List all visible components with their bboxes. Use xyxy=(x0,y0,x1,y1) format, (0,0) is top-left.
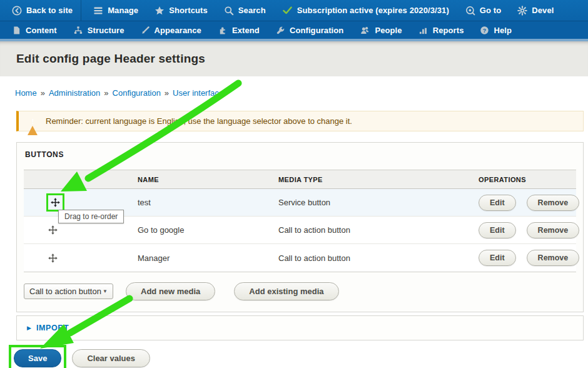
toolbar-item-configuration[interactable]: Configuration xyxy=(268,21,352,39)
help-icon: ? xyxy=(480,26,489,35)
import-section-toggle[interactable]: ▶ IMPORT xyxy=(16,315,584,340)
page-title: Edit config page Header settings xyxy=(16,52,205,66)
paintbrush-icon xyxy=(141,26,150,35)
save-button[interactable]: Save xyxy=(14,349,61,367)
toolbar-item-shortcuts[interactable]: Shortcuts xyxy=(146,0,216,21)
cell-operations: Edit Remove xyxy=(471,222,587,238)
drag-handle-highlight-box xyxy=(46,193,64,212)
bar-chart-icon xyxy=(418,26,428,35)
check-icon xyxy=(282,6,293,15)
breadcrumb-separator: » xyxy=(41,88,45,98)
breadcrumb-link-configuration[interactable]: Configuration xyxy=(113,88,161,98)
cell-name: Go to google xyxy=(130,225,271,235)
toolbar-item-label: Reports xyxy=(433,26,464,35)
toolbar-item-people[interactable]: People xyxy=(352,21,410,39)
save-highlight-box: Save xyxy=(9,345,66,368)
admin-toolbar-menu: Content Structure Appearance Extend Conf… xyxy=(0,21,588,39)
toolbar-item-label: Extend xyxy=(232,26,260,35)
media-type-select-value: Call to action button xyxy=(29,287,101,296)
toolbar-item-reports[interactable]: Reports xyxy=(410,21,472,39)
toolbar-item-subscription-status[interactable]: Subscription active (expires 2020/3/31) xyxy=(274,0,457,21)
table-row: Manager Call to action button Edit Remov… xyxy=(24,244,576,272)
drag-cell: Drag to re-order xyxy=(24,189,130,216)
sitemap-icon xyxy=(73,26,83,35)
header-operations: OPERATIONS xyxy=(471,176,576,183)
remove-button[interactable]: Remove xyxy=(527,222,580,238)
remove-button[interactable]: Remove xyxy=(527,195,580,211)
puzzle-icon xyxy=(218,26,228,35)
people-icon xyxy=(360,26,370,35)
manage-icon xyxy=(93,6,103,16)
breadcrumb-link-user-interface[interactable]: User interface xyxy=(173,88,223,98)
cell-operations: Edit Remove xyxy=(471,195,587,211)
gear-icon xyxy=(517,6,527,16)
buttons-table: NAME MEDIA TYPE OPERATIONS Drag to re-or… xyxy=(24,170,576,272)
toolbar-item-label: People xyxy=(375,26,402,35)
drag-cell xyxy=(24,244,130,272)
edit-button[interactable]: Edit xyxy=(479,222,516,238)
toolbar-item-label: Shortcuts xyxy=(169,6,208,15)
add-existing-media-button[interactable]: Add existing media xyxy=(234,282,338,300)
toolbar-item-extend[interactable]: Extend xyxy=(210,21,268,39)
drag-tooltip: Drag to re-order xyxy=(58,210,124,223)
warning-icon: ! xyxy=(28,116,38,126)
toolbar-item-appearance[interactable]: Appearance xyxy=(133,21,210,39)
toolbar-item-label: Appearance xyxy=(155,26,201,35)
fieldset-legend: BUTTONS xyxy=(25,150,576,159)
clear-values-button[interactable]: Clear values xyxy=(72,349,150,367)
toolbar-item-search[interactable]: Search xyxy=(216,0,274,21)
breadcrumb-separator: » xyxy=(104,88,108,98)
form-actions: Save Clear values xyxy=(9,345,588,368)
toolbar-item-content[interactable]: Content xyxy=(4,21,65,39)
media-type-select[interactable]: Call to action button ▼ xyxy=(24,284,113,299)
breadcrumb-separator: » xyxy=(165,88,169,98)
wrench-icon xyxy=(276,26,285,35)
content-icon xyxy=(12,26,21,35)
toolbar-item-back-to-site[interactable]: Back to site xyxy=(4,0,81,21)
cell-media-type: Service button xyxy=(271,198,471,207)
warning-text: Reminder: current language is English, u… xyxy=(46,116,352,126)
chevron-down-icon: ▼ xyxy=(103,289,108,294)
cell-media-type: Call to action button xyxy=(271,225,471,235)
drag-handle-icon[interactable] xyxy=(49,196,62,209)
cell-name: test xyxy=(130,198,271,207)
goto-icon xyxy=(465,6,475,16)
breadcrumb-link-home[interactable]: Home xyxy=(15,88,37,98)
cell-media-type: Call to action button xyxy=(271,253,471,263)
media-controls: Call to action button ▼ Add new media Ad… xyxy=(24,282,576,300)
toolbar-item-manage[interactable]: Manage xyxy=(85,0,146,21)
breadcrumb: Home»Administration»Configuration»User i… xyxy=(0,76,588,98)
header-name: NAME xyxy=(130,176,271,183)
breadcrumb-link-administration[interactable]: Administration xyxy=(49,88,100,98)
warning-message: ! Reminder: current language is English,… xyxy=(16,111,584,131)
toolbar-item-label: Subscription active (expires 2020/3/31) xyxy=(297,6,449,15)
page-title-band: Edit config page Header settings xyxy=(0,41,588,76)
toolbar-item-label: Help xyxy=(494,26,512,35)
toolbar-item-label: Go to xyxy=(480,6,501,15)
toolbar-item-label: Devel xyxy=(532,6,554,15)
edit-button[interactable]: Edit xyxy=(479,250,516,266)
toolbar-item-go-to[interactable]: Go to xyxy=(457,0,509,21)
remove-button[interactable]: Remove xyxy=(527,250,580,266)
toolbar-item-label: Manage xyxy=(108,6,138,15)
search-icon xyxy=(224,6,234,16)
import-label: IMPORT xyxy=(36,324,69,332)
buttons-fieldset: BUTTONS NAME MEDIA TYPE OPERATIONS Drag … xyxy=(16,142,584,312)
toolbar-item-label: Structure xyxy=(88,26,124,35)
svg-text:?: ? xyxy=(483,27,486,33)
toolbar-item-label: Configuration xyxy=(290,26,344,35)
edit-button[interactable]: Edit xyxy=(479,195,516,211)
toolbar-item-help[interactable]: ? Help xyxy=(472,21,520,39)
toolbar-item-devel[interactable]: Devel xyxy=(509,0,562,21)
table-header-row: NAME MEDIA TYPE OPERATIONS xyxy=(24,170,576,189)
header-media-type: MEDIA TYPE xyxy=(271,176,471,183)
add-new-media-button[interactable]: Add new media xyxy=(126,282,215,300)
cell-name: Manager xyxy=(130,253,271,263)
toolbar-item-label: Back to site xyxy=(26,6,73,15)
toolbar-item-label: Search xyxy=(238,6,266,15)
toolbar-item-structure[interactable]: Structure xyxy=(65,21,133,39)
drag-handle-icon[interactable] xyxy=(46,223,59,237)
drag-handle-icon[interactable] xyxy=(46,252,59,265)
collapsed-caret-icon: ▶ xyxy=(27,325,31,331)
table-row: Drag to re-order test Service button Edi… xyxy=(24,189,576,217)
